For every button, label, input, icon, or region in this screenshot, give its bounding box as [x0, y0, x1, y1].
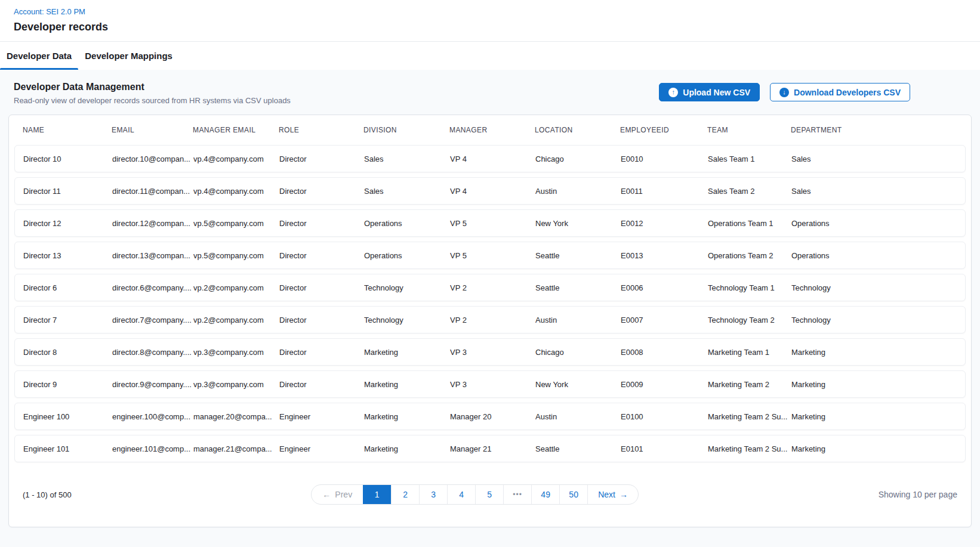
- cell-employeeid: E0006: [621, 283, 708, 292]
- table-row: Director 11 director.11@compan... vp.4@c…: [14, 177, 966, 205]
- cell-department: Marketing: [791, 380, 965, 389]
- cell-name: Director 7: [23, 316, 112, 325]
- cell-division: Technology: [364, 316, 450, 325]
- cell-division: Operations: [364, 219, 450, 228]
- cell-manager-email: vp.5@company.com: [193, 251, 279, 260]
- cell-manager-email: manager.21@compa...: [193, 444, 279, 453]
- upload-new-csv-button[interactable]: ↑ Upload New CSV: [659, 83, 760, 101]
- cell-email: engineer.101@comp...: [112, 444, 193, 453]
- cell-email: engineer.100@comp...: [112, 412, 193, 421]
- cell-department: Technology: [791, 316, 965, 325]
- cell-employeeid: E0011: [621, 187, 708, 196]
- cell-manager: VP 2: [450, 316, 535, 325]
- download-arrow-icon: ↓: [779, 88, 789, 97]
- section-header: Developer Data Management Read-only view…: [8, 82, 972, 115]
- section-title: Developer Data Management: [14, 82, 291, 92]
- cell-employeeid: E0009: [621, 380, 708, 389]
- cell-team: Operations Team 2: [708, 251, 791, 260]
- cell-manager: Manager 20: [450, 412, 535, 421]
- cell-team: Sales Team 1: [708, 154, 791, 163]
- cell-manager-email: vp.3@company.com: [193, 380, 279, 389]
- column-header-manager-email: MANAGER EMAIL: [193, 126, 279, 134]
- cell-team: Marketing Team 2: [708, 380, 791, 389]
- cell-role: Director: [279, 316, 364, 325]
- table-row: Director 7 director.7@company.... vp.2@c…: [14, 306, 966, 333]
- cell-department: Marketing: [791, 348, 965, 357]
- cell-employeeid: E0013: [621, 251, 708, 260]
- table-footer: (1 - 10) of 500 ← Prev 12345•••4950 Next…: [9, 462, 971, 527]
- page-number-group: 12345•••4950: [363, 485, 587, 504]
- column-header-team: TEAM: [707, 126, 791, 134]
- cell-role: Director: [279, 187, 364, 196]
- page-button[interactable]: 3: [419, 485, 447, 504]
- page-button[interactable]: 1: [363, 485, 391, 504]
- tab-bar: Developer Data Developer Mappings: [0, 42, 980, 70]
- section-header-text: Developer Data Management Read-only view…: [14, 82, 291, 105]
- page-button[interactable]: 49: [531, 485, 559, 504]
- cell-employeeid: E0007: [621, 316, 708, 325]
- cell-email: director.7@company....: [112, 316, 193, 325]
- prev-page-button[interactable]: ← Prev: [312, 485, 363, 504]
- cell-email: director.6@company....: [112, 283, 193, 292]
- table-row: Director 13 director.13@compan... vp.5@c…: [14, 242, 966, 269]
- column-header-role: ROLE: [279, 126, 363, 134]
- paginator: ← Prev 12345•••4950 Next →: [311, 484, 639, 505]
- cell-email: director.9@company....: [112, 380, 193, 389]
- cell-employeeid: E0101: [621, 444, 708, 453]
- cell-manager: VP 4: [450, 187, 535, 196]
- cell-manager: VP 4: [450, 154, 535, 163]
- page-button[interactable]: 2: [391, 485, 419, 504]
- table-row: Director 9 director.9@company.... vp.3@c…: [14, 370, 966, 398]
- cell-division: Marketing: [364, 348, 450, 357]
- cell-name: Director 11: [23, 187, 112, 196]
- download-button-label: Download Developers CSV: [794, 88, 901, 97]
- column-header-employeeid: EMPLOYEEID: [620, 126, 707, 134]
- cell-department: Technology: [791, 283, 965, 292]
- cell-division: Marketing: [364, 412, 450, 421]
- cell-employeeid: E0100: [621, 412, 708, 421]
- upload-button-label: Upload New CSV: [683, 88, 750, 97]
- next-label: Next: [598, 490, 615, 499]
- cell-location: Seattle: [535, 283, 621, 292]
- tab-developer-data[interactable]: Developer Data: [0, 42, 78, 70]
- cell-name: Director 6: [23, 283, 112, 292]
- column-header-division: DIVISION: [363, 126, 449, 134]
- cell-department: Sales: [791, 187, 965, 196]
- breadcrumb-account-link[interactable]: Account: SEI 2.0 PM: [14, 7, 85, 16]
- cell-manager: VP 3: [450, 348, 535, 357]
- cell-role: Director: [279, 283, 364, 292]
- upload-arrow-icon: ↑: [668, 88, 678, 97]
- cell-department: Operations: [791, 251, 965, 260]
- cell-team: Marketing Team 2 Su...: [708, 412, 791, 421]
- page-button[interactable]: 50: [559, 485, 587, 504]
- arrow-right-icon: →: [620, 490, 628, 499]
- cell-manager: VP 3: [450, 380, 535, 389]
- table-row: Director 12 director.12@compan... vp.5@c…: [14, 209, 966, 237]
- cell-location: Austin: [535, 412, 621, 421]
- cell-email: director.12@compan...: [112, 219, 193, 228]
- cell-location: Austin: [535, 316, 621, 325]
- table-body: Director 10 director.10@compan... vp.4@c…: [9, 145, 971, 462]
- cell-role: Director: [279, 348, 364, 357]
- cell-name: Engineer 101: [23, 444, 112, 453]
- cell-email: director.10@compan...: [112, 154, 193, 163]
- next-page-button[interactable]: Next →: [587, 485, 638, 504]
- cell-manager: Manager 21: [450, 444, 535, 453]
- cell-location: Chicago: [535, 348, 621, 357]
- page-button[interactable]: 4: [447, 485, 475, 504]
- cell-location: Seattle: [535, 251, 621, 260]
- tab-developer-mappings[interactable]: Developer Mappings: [78, 42, 179, 70]
- cell-team: Sales Team 2: [708, 187, 791, 196]
- page-button[interactable]: 5: [475, 485, 503, 504]
- table-header-row: NAME EMAIL MANAGER EMAIL ROLE DIVISION M…: [9, 115, 971, 145]
- page-title: Developer records: [14, 21, 980, 33]
- content-area: Developer Data Management Read-only view…: [0, 70, 980, 547]
- cell-department: Marketing: [791, 412, 965, 421]
- pagination-range-text: (1 - 10) of 500: [23, 490, 72, 499]
- download-developers-csv-button[interactable]: ↓ Download Developers CSV: [770, 83, 910, 101]
- cell-division: Technology: [364, 283, 450, 292]
- cell-team: Operations Team 1: [708, 219, 791, 228]
- cell-name: Director 8: [23, 348, 112, 357]
- column-header-location: LOCATION: [535, 126, 620, 134]
- cell-department: Sales: [791, 154, 965, 163]
